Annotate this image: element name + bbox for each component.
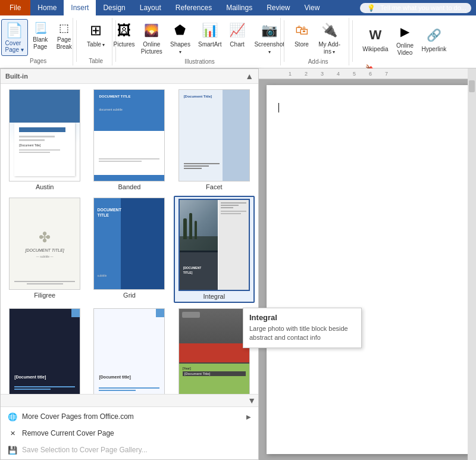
shapes-label: Shapes bbox=[169, 41, 192, 55]
tab-review[interactable]: Review bbox=[259, 0, 297, 15]
my-addins-label: My Add-ins bbox=[317, 41, 342, 55]
thumb-motion-year: [Year] bbox=[183, 367, 246, 370]
integral-sidebar-line2 bbox=[221, 205, 239, 206]
template-banded-thumb: DOCUMENT TITLE document subtitle bbox=[93, 89, 165, 182]
integral-tooltip: Integral Large photo with title block be… bbox=[243, 308, 362, 348]
integral-sidebar-line4 bbox=[221, 211, 246, 212]
thumb-filigree-ornament: ✤ bbox=[39, 229, 51, 246]
ion-dark-line2 bbox=[14, 389, 51, 390]
tab-mailings[interactable]: Mailings bbox=[219, 0, 259, 15]
smartart-button[interactable]: 📊 SmartArt bbox=[196, 19, 224, 50]
screenshot-button[interactable]: 📷 Screenshot bbox=[250, 19, 289, 57]
thumb-filigree-bg: ✤ [DOCUMENT TITLE] — subtitle — bbox=[10, 198, 80, 289]
my-addins-button[interactable]: 🔌 My Add-ins bbox=[314, 19, 345, 57]
scroll-up-arrow[interactable]: ▲ bbox=[245, 71, 253, 81]
tab-file[interactable]: File bbox=[0, 0, 30, 15]
template-grid: [Document Title] Austin bbox=[4, 87, 255, 394]
cover-page-label: CoverPage ▾ bbox=[5, 40, 24, 53]
thumb-austin-content: [Document Title] bbox=[19, 127, 70, 153]
thumb-grid-stripe bbox=[121, 198, 164, 289]
page-break-button[interactable]: ⬚ PageBreak bbox=[53, 19, 76, 52]
tab-layout[interactable]: Layout bbox=[133, 0, 168, 15]
cover-page-icon: 📄 bbox=[5, 22, 23, 39]
thumb-austin-line1 bbox=[19, 136, 55, 137]
thumb-ion-dark-title: [Document title] bbox=[14, 375, 46, 379]
separator-4 bbox=[352, 20, 353, 62]
thumb-facet-right bbox=[223, 90, 249, 181]
online-pictures-label: OnlinePictures bbox=[141, 41, 162, 55]
template-austin-thumb: [Document Title] bbox=[9, 89, 80, 182]
addins-group-label: Add-ins bbox=[308, 57, 328, 65]
integral-sidebar-line3 bbox=[221, 207, 234, 208]
ribbon-right-section: 💡 Tell me what you want to do... bbox=[360, 3, 476, 13]
wikipedia-label: Wikipedia bbox=[362, 46, 388, 53]
blank-page-button[interactable]: 📃 BlankPage bbox=[29, 19, 52, 52]
hyperlink-button[interactable]: 🔗 Hyperlink bbox=[419, 24, 450, 55]
more-cover-pages-item[interactable]: 🌐 More Cover Pages from Office.com ▶ bbox=[1, 408, 258, 425]
thumb-motion-sky-detail bbox=[182, 312, 200, 318]
template-ion-dark[interactable]: [Document title] Ion (Dark) bbox=[4, 306, 85, 394]
chart-button[interactable]: 📈 Chart bbox=[225, 19, 249, 50]
table-group: ⊞ Table Table bbox=[80, 18, 112, 65]
smartart-icon: 📊 bbox=[201, 21, 220, 40]
store-label: Store bbox=[295, 41, 309, 48]
template-facet-label: Facet bbox=[206, 183, 223, 190]
remove-cover-page-icon: ✕ bbox=[8, 428, 17, 438]
tab-layout-label: Layout bbox=[140, 4, 161, 12]
online-video-button[interactable]: ▶ OnlineVideo bbox=[393, 20, 418, 58]
thumb-grid-sub: subtitle bbox=[97, 274, 118, 277]
dropdown-header-label: Built-in bbox=[5, 73, 28, 80]
tab-design-label: Design bbox=[103, 4, 125, 12]
tab-view[interactable]: View bbox=[298, 0, 327, 15]
shapes-button[interactable]: ⬟ Shapes bbox=[166, 19, 195, 57]
thumb-facet-title: [Document Title] bbox=[184, 95, 212, 98]
store-button[interactable]: 🛍 Store bbox=[291, 19, 312, 50]
template-scroll-area[interactable]: [Document Title] Austin bbox=[1, 84, 258, 394]
tell-me-input[interactable]: 💡 Tell me what you want to do... bbox=[360, 3, 471, 13]
ruler-content: 1 2 3 4 5 6 7 bbox=[259, 68, 468, 79]
save-selection-label: Save Selection to Cover Page Gallery... bbox=[22, 446, 148, 454]
wikipedia-button[interactable]: W Wikipedia bbox=[359, 24, 391, 55]
tab-home[interactable]: Home bbox=[30, 0, 64, 15]
thumb-integral-title-block: [DOCUMENT TITLE] bbox=[180, 251, 218, 290]
thumb-ion-light-accent bbox=[156, 309, 164, 317]
thumb-ion-light-bg: [Document title] bbox=[94, 309, 164, 394]
template-filigree[interactable]: ✤ [DOCUMENT TITLE] — subtitle — Filigree bbox=[4, 196, 85, 303]
smartart-label: SmartArt bbox=[198, 41, 221, 48]
pages-group: 📄 CoverPage ▾ 📃 BlankPage ⬚ PageBreak Pa… bbox=[4, 18, 73, 65]
cover-page-dropdown: Built-in ▲ bbox=[0, 68, 259, 460]
template-filigree-label: Filigree bbox=[34, 292, 55, 299]
pages-group-label: Pages bbox=[30, 57, 46, 64]
tab-insert-label: Insert bbox=[71, 4, 89, 12]
template-integral[interactable]: [DOCUMENT TITLE] bbox=[174, 196, 255, 303]
save-selection-item: 💾 Save Selection to Cover Page Gallery..… bbox=[1, 442, 258, 458]
template-banded[interactable]: DOCUMENT TITLE document subtitle Banded bbox=[89, 87, 170, 192]
template-ion-light[interactable]: [Document title] Ion (Light) bbox=[89, 306, 170, 394]
template-austin[interactable]: [Document Title] Austin bbox=[4, 87, 85, 192]
vertical-scrollbar[interactable] bbox=[468, 68, 476, 460]
addins-group: 🛍 Store 🔌 My Add-ins Add-ins bbox=[287, 18, 349, 65]
scroll-down-arrow[interactable]: ▼ bbox=[248, 396, 256, 405]
blank-page-icon: 📃 bbox=[33, 21, 48, 35]
cover-page-button[interactable]: 📄 CoverPage ▾ bbox=[1, 19, 28, 56]
thumb-grid-title-text: DOCUMENT TITLE bbox=[97, 207, 118, 218]
template-grid[interactable]: DOCUMENT TITLE subtitle Grid bbox=[89, 196, 170, 303]
document-page bbox=[267, 85, 469, 454]
table-button[interactable]: ⊞ Table bbox=[83, 19, 108, 50]
template-facet[interactable]: [Document Title] Facet bbox=[174, 87, 255, 192]
remove-cover-page-item[interactable]: ✕ Remove Current Cover Page bbox=[1, 425, 258, 442]
ion-light-line2 bbox=[99, 390, 135, 391]
tab-design[interactable]: Design bbox=[96, 0, 132, 15]
scroll-thumb[interactable] bbox=[469, 80, 475, 92]
illustrations-buttons: 🖼 Pictures 🌄 OnlinePictures ⬟ Shapes 📊 S… bbox=[111, 19, 288, 57]
ion-light-line1 bbox=[99, 387, 159, 389]
integral-sidebar-line1 bbox=[221, 202, 246, 204]
table-buttons: ⊞ Table bbox=[83, 19, 108, 57]
shapes-icon: ⬟ bbox=[171, 21, 190, 40]
addins-buttons: 🛍 Store 🔌 My Add-ins bbox=[291, 19, 345, 57]
tab-insert[interactable]: Insert bbox=[64, 0, 96, 15]
online-pictures-button[interactable]: 🌄 OnlinePictures bbox=[139, 19, 165, 57]
pictures-button[interactable]: 🖼 Pictures bbox=[111, 19, 137, 50]
ion-dark-line1 bbox=[14, 386, 75, 387]
tab-references[interactable]: References bbox=[168, 0, 219, 15]
